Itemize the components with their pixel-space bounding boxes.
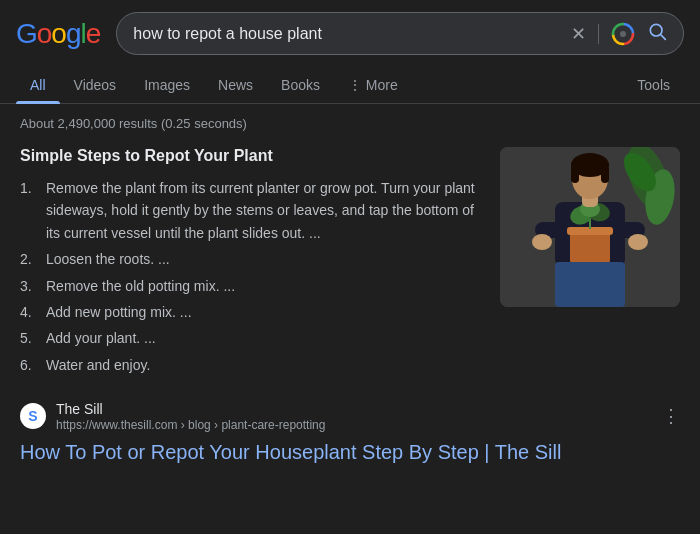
source-result: S The Sill https://www.thesill.com › blo…	[20, 400, 680, 466]
source-favicon: S	[20, 403, 46, 429]
step-text: Add your plant. ...	[46, 327, 156, 349]
step-number: 6.	[20, 354, 38, 376]
results-area: About 2,490,000 results (0.25 seconds) S…	[0, 104, 700, 478]
svg-rect-19	[555, 262, 625, 307]
header: Google ✕	[0, 0, 700, 67]
search-icons: ✕	[571, 21, 667, 46]
list-item: 1. Remove the plant from its current pla…	[20, 177, 484, 244]
step-text: Add new potting mix. ...	[46, 301, 192, 323]
tab-videos[interactable]: Videos	[60, 67, 131, 103]
tab-all[interactable]: All	[16, 67, 60, 103]
svg-rect-23	[571, 165, 579, 183]
source-info: The Sill https://www.thesill.com › blog …	[56, 400, 652, 432]
nav-tabs: All Videos Images News Books ⋮ More Tool…	[0, 67, 700, 104]
snippet-title: Simple Steps to Repot Your Plant	[20, 147, 484, 165]
tab-images[interactable]: Images	[130, 67, 204, 103]
search-input[interactable]	[133, 25, 563, 43]
step-text: Water and enjoy.	[46, 354, 150, 376]
svg-line-3	[661, 35, 666, 40]
google-logo: Google	[16, 18, 100, 50]
step-number: 2.	[20, 248, 38, 270]
snippet-list: 1. Remove the plant from its current pla…	[20, 177, 484, 376]
step-number: 1.	[20, 177, 38, 244]
lens-icon[interactable]	[611, 22, 635, 46]
step-text: Remove the old potting mix. ...	[46, 275, 235, 297]
list-item: 3. Remove the old potting mix. ...	[20, 275, 484, 297]
source-name: The Sill	[56, 400, 652, 418]
search-button[interactable]	[647, 21, 667, 46]
step-text: Remove the plant from its current plante…	[46, 177, 484, 244]
source-meta: S The Sill https://www.thesill.com › blo…	[20, 400, 680, 432]
svg-point-12	[628, 234, 648, 250]
step-number: 3.	[20, 275, 38, 297]
tab-more[interactable]: ⋮ More	[334, 67, 412, 103]
featured-snippet: Simple Steps to Repot Your Plant 1. Remo…	[20, 147, 680, 380]
tab-books[interactable]: Books	[267, 67, 334, 103]
result-link[interactable]: How To Pot or Repot Your Houseplant Step…	[20, 438, 680, 466]
search-bar[interactable]: ✕	[116, 12, 684, 55]
snippet-content: Simple Steps to Repot Your Plant 1. Remo…	[20, 147, 484, 380]
list-item: 2. Loosen the roots. ...	[20, 248, 484, 270]
tab-news[interactable]: News	[204, 67, 267, 103]
svg-point-1	[620, 31, 626, 37]
svg-rect-24	[601, 165, 609, 183]
list-item: 5. Add your plant. ...	[20, 327, 484, 349]
tab-tools[interactable]: Tools	[623, 67, 684, 103]
list-item: 6. Water and enjoy.	[20, 354, 484, 376]
step-number: 5.	[20, 327, 38, 349]
svg-point-11	[532, 234, 552, 250]
step-number: 4.	[20, 301, 38, 323]
snippet-image	[500, 147, 680, 307]
clear-search-button[interactable]: ✕	[571, 23, 586, 45]
source-url: https://www.thesill.com › blog › plant-c…	[56, 418, 652, 432]
plant-svg	[500, 147, 680, 307]
kebab-menu-button[interactable]: ⋮	[662, 405, 680, 427]
results-count: About 2,490,000 results (0.25 seconds)	[20, 116, 680, 131]
step-text: Loosen the roots. ...	[46, 248, 170, 270]
list-item: 4. Add new potting mix. ...	[20, 301, 484, 323]
icon-divider	[598, 24, 599, 44]
